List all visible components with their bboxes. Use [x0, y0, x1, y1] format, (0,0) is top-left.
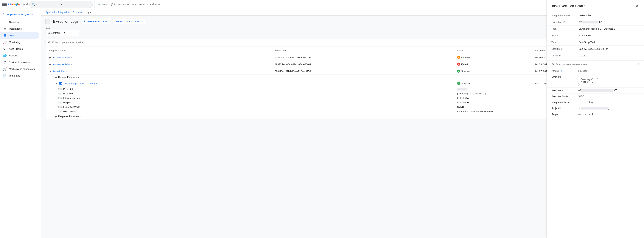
expand-response-params-button[interactable]: ▶ — [55, 115, 58, 118]
js-status-text: Success — [461, 82, 470, 85]
expand-request-params-button[interactable]: ▶ — [55, 75, 58, 79]
request-params-label: Request Parameters — [58, 76, 79, 79]
param-type-icon: STR — [58, 88, 62, 90]
sidebar-item-logs[interactable]: ☰ Logs — [0, 32, 40, 39]
global-search-bar[interactable]: 🔍 — [94, 1, 206, 8]
refresh-logs-button[interactable]: ↻ REFRESH LOGS — [82, 19, 110, 24]
expand-row-button[interactable]: ▶ — [49, 55, 52, 59]
var-name: ExecutionId — [547, 88, 574, 94]
integration-name-link[interactable]: insurance-claim — [53, 63, 70, 66]
error-info-value: { "message": "", "code": 0} — [578, 75, 600, 86]
sidebar-item-overview[interactable]: ⊞ Overview — [0, 19, 40, 25]
info-row-status: Status SUCCEED — [547, 32, 644, 39]
logs-icon: ☰ — [3, 33, 7, 37]
js-task-link[interactable]: JavaScript (Task Id:1) - Attempt 1 — [63, 82, 99, 85]
panel-close-button[interactable]: ✕ — [635, 3, 640, 9]
param-type-icon: STR — [58, 93, 62, 95]
project-search-input[interactable] — [36, 3, 59, 6]
dropdown-arrow-icon: ▼ — [63, 31, 77, 34]
sidebar-app-header[interactable]: ⬡ Application Integration — [0, 10, 41, 18]
param-name: IntegrationName — [63, 97, 81, 100]
sort-icon[interactable]: ↑ — [561, 70, 562, 72]
param-type-icon: STR — [58, 106, 62, 108]
sidebar-item-label: Integrations — [9, 27, 22, 30]
sidebar-item-label: Overview — [9, 21, 19, 23]
sidebar-item-regions[interactable]: 🌐 Regions — [0, 52, 40, 59]
info-label: Start time — [547, 46, 574, 52]
expand-js-task-button[interactable]: ▼ — [55, 82, 58, 85]
sidebar-item-custom-connectors[interactable]: ⬡ Custom Connectors — [0, 59, 40, 66]
sidebar: ⬡ Application Integration ⊞ Overview ⇄ I… — [0, 9, 41, 238]
panel-body: Integration Name test-stubby Execution I… — [547, 12, 644, 238]
var-message: 62 307 — [574, 88, 644, 94]
panel-filter[interactable]: ⚙ ? — [547, 61, 644, 68]
back-button[interactable]: ← — [46, 19, 50, 24]
breadcrumb-overview[interactable]: Overview — [72, 11, 82, 13]
external-link-icon[interactable]: ↗ — [66, 70, 68, 72]
param-name: ExecutionId — [63, 110, 76, 113]
var-message: SYNC — [574, 94, 644, 100]
variable-col-label: Variable — [552, 70, 560, 72]
info-table: Integration Name test-stubby Execution I… — [547, 12, 644, 59]
param-name: ErrorInfo — [63, 92, 73, 95]
execution-id-cell: 620fd8ac-02b4-43ee-920e-d9953... — [272, 68, 454, 75]
exec-id-blurred — [581, 89, 614, 92]
region-dropdown[interactable]: us-central1 ▼ — [46, 30, 79, 36]
monitoring-icon: 📈 — [3, 40, 7, 44]
execution-id-cell: 498725ed-00a3-41c1-a8ce-406fdd... — [272, 61, 454, 68]
info-value: test-stubby — [574, 12, 644, 19]
param-type-icon: STR — [58, 102, 62, 104]
var-name: ProjectId — [547, 106, 574, 111]
sidebar-item-templates[interactable]: 📄 Templates — [0, 72, 40, 79]
status-badge: ✕ Failed — [457, 63, 529, 66]
var-row-errorinfo: ErrorInfo { "message": "", "code": 0} — [547, 74, 644, 88]
sidebar-item-monitoring[interactable]: 📈 Monitoring — [0, 39, 40, 45]
sidebar-item-auth-profiles[interactable]: 🛡 Auth Profiles — [0, 45, 40, 52]
info-row-duration: Duration 0.016 s — [547, 52, 644, 59]
google-cloud-logo[interactable]: Google Cloud — [8, 2, 28, 6]
sidebar-item-marketplace-connectors[interactable]: 🛒 Marketplace connectors — [0, 66, 40, 72]
global-search-input[interactable] — [102, 3, 203, 6]
info-label: Task — [547, 25, 574, 32]
info-row-integration-name: Integration Name test-stubby — [547, 12, 644, 19]
info-row-start-time: Start time Jan 27, 2025, 10:58:19 PM — [547, 46, 644, 52]
sidebar-item-label: Auth Profiles — [9, 47, 23, 50]
var-name: ErrorInfo — [547, 74, 574, 88]
var-row-projectid: ProjectId st g — [547, 106, 644, 111]
status-text: Success — [461, 70, 470, 73]
response-params-label: Response Parameters — [58, 115, 80, 118]
marketplace-icon: 🛒 — [3, 67, 7, 71]
view-cloud-logs-button[interactable]: VIEW CLOUD LOGS ↗ — [113, 19, 145, 24]
help-variables-icon[interactable]: ? — [638, 63, 640, 66]
expand-row-button[interactable]: ▶ — [49, 62, 52, 66]
external-link-icon[interactable]: ↗ — [71, 56, 72, 59]
breadcrumb-sep1: / — [71, 11, 72, 13]
integration-name-link[interactable]: insurance-claim — [53, 56, 70, 59]
panel-filter-input[interactable] — [556, 63, 636, 66]
overview-icon: ⊞ — [3, 20, 7, 24]
status-onhold-icon: ! — [457, 56, 460, 59]
panel-title: Task Execution Details — [552, 4, 585, 8]
var-row-executionmode: ExecutionMode SYNC — [547, 94, 644, 100]
status-text: Failed — [461, 63, 468, 66]
breadcrumb-app[interactable]: Application Integration — [46, 11, 70, 13]
hamburger-menu-icon[interactable] — [2, 2, 7, 7]
col-execution-id: Execution ID — [272, 47, 454, 54]
project-search-bar[interactable]: 🔍 ▼ — [29, 1, 93, 8]
sidebar-item-label: Custom Connectors — [9, 61, 30, 64]
integration-name-link[interactable]: test-stubby — [53, 70, 65, 73]
sidebar-item-integrations[interactable]: ⇄ Integrations — [0, 25, 40, 32]
expand-row-button[interactable]: ▼ — [49, 69, 52, 73]
execution-id-blurred — [582, 21, 598, 23]
info-row-type: Type JavaScriptTask — [547, 39, 644, 46]
execution-id-cell: e13fcec8-36ea-413d-86af-e7073f... — [272, 54, 454, 61]
external-link-icon[interactable]: ↗ — [71, 63, 72, 66]
var-row-executionid: ExecutionId 62 307 — [547, 88, 644, 94]
param-name: Region — [63, 101, 71, 104]
js-task-status: ✓ Success — [457, 82, 529, 85]
var-row-integrationname: IntegrationName test-stubby — [547, 100, 644, 106]
js-task-exec-id — [272, 80, 454, 87]
logo-text: Cloud — [21, 3, 28, 6]
info-value: JavaScript (Task Id:1) - Attempt 1 — [574, 25, 644, 32]
param-type-icon: STR — [58, 97, 62, 99]
